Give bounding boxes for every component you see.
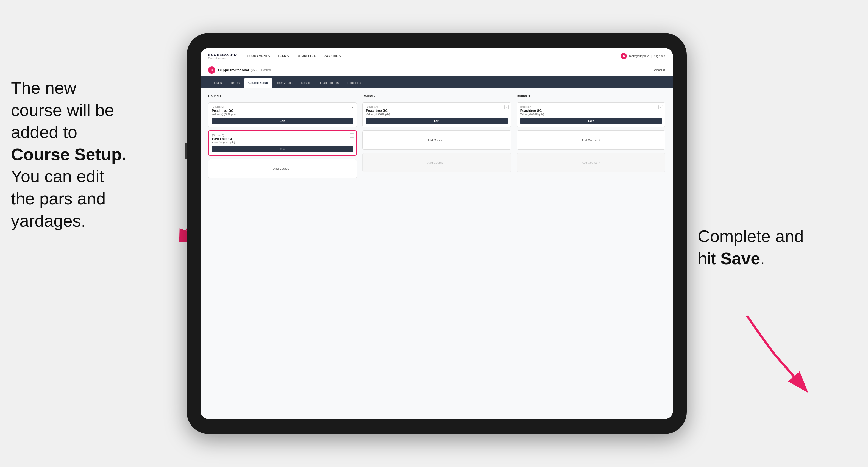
round3-course-a-details: Yellow (M) (6629 yds) [520, 113, 662, 116]
round1-add-course-label: Add Course + [273, 167, 292, 170]
round1-add-course-button[interactable]: Add Course + [208, 159, 357, 178]
round1-course-b-card: × (Course B) East Lake GC Black (M) (689… [208, 130, 357, 156]
nav-tournaments[interactable]: TOURNAMENTS [245, 53, 270, 59]
tab-teams[interactable]: Teams [226, 78, 244, 88]
round2-course-a-name: Peachtree GC [366, 109, 507, 113]
round1-course-b-delete-button[interactable]: × [350, 133, 354, 137]
tab-results[interactable]: Results [297, 78, 316, 88]
round2-course-a-details: Yellow (M) (6629 yds) [366, 113, 507, 116]
nav-rankings[interactable]: RANKINGS [323, 53, 341, 59]
main-nav: TOURNAMENTS TEAMS COMMITTEE RANKINGS [245, 53, 621, 59]
round3-course-a-label: (Course A) [520, 105, 662, 108]
arrow-right-icon [731, 310, 813, 393]
tab-printables[interactable]: Printables [343, 78, 365, 88]
round3-course-a-delete-button[interactable]: × [658, 105, 663, 109]
round1-course-b-edit-button[interactable]: Edit [212, 146, 353, 152]
hosting-badge: Hosting [261, 68, 271, 71]
clippd-logo-icon: C [208, 66, 215, 73]
nav-right: B blair@clippd.io | Sign out [621, 53, 665, 59]
round-1-title: Round 1 [208, 94, 357, 98]
tournament-name: Clippd Invitational [218, 68, 249, 72]
tab-tee-groups[interactable]: Tee Groups [273, 78, 297, 88]
round2-add-course-label: Add Course + [427, 138, 446, 142]
user-email: blair@clippd.io [629, 54, 649, 58]
round3-add-course-disabled: Add Course + [517, 153, 665, 172]
round2-course-a-label: (Course A) [366, 105, 507, 108]
tab-leaderboards[interactable]: Leaderboards [316, 78, 343, 88]
round1-course-a-name: Peachtree GC [212, 109, 353, 113]
round3-course-a-edit-button[interactable]: Edit [520, 118, 662, 124]
round1-course-a-label: (Course A) [212, 105, 353, 108]
round1-course-a-edit-button[interactable]: Edit [212, 118, 353, 124]
round1-course-a-card: × (Course A) Peachtree GC Yellow (M) (66… [208, 102, 357, 127]
round3-course-a-card: × (Course A) Peachtree GC Yellow (M) (66… [517, 102, 665, 127]
sign-out-link[interactable]: Sign out [654, 54, 665, 58]
annotation-right: Complete andhit Save. [698, 225, 840, 270]
round1-course-a-delete-button[interactable]: × [350, 105, 354, 109]
avatar: B [621, 53, 627, 59]
round-1-column: Round 1 × (Course A) Peachtree GC Yellow… [208, 94, 357, 412]
logo-powered-by: Powered by clippd [208, 57, 237, 59]
tablet-screen: SCOREBOARD Powered by clippd TOURNAMENTS… [200, 48, 673, 419]
tab-details[interactable]: Details [208, 78, 226, 88]
round-2-column: Round 2 × (Course A) Peachtree GC Yellow… [362, 94, 511, 412]
sub-nav: C Clippd Invitational (Men) Hosting Canc… [200, 64, 673, 76]
nav-teams[interactable]: TEAMS [278, 53, 289, 59]
nav-committee[interactable]: COMMITTEE [297, 53, 316, 59]
tab-nav: Details Teams Course Setup Tee Groups Re… [200, 76, 673, 88]
round3-course-a-name: Peachtree GC [520, 109, 662, 113]
scoreboard-logo: SCOREBOARD [208, 53, 237, 57]
round-2-title: Round 2 [362, 94, 511, 98]
round1-course-b-details: Black (M) (6891 yds) [212, 141, 353, 144]
round3-add-course-label: Add Course + [582, 138, 600, 142]
round1-course-b-name: East Lake GC [212, 137, 353, 141]
tournament-gender: (Men) [251, 68, 259, 72]
logo-area: SCOREBOARD Powered by clippd [208, 53, 237, 59]
tab-course-setup[interactable]: Course Setup [244, 78, 273, 88]
round2-course-a-delete-button[interactable]: × [504, 105, 509, 109]
round1-course-a-details: Yellow (M) (6629 yds) [212, 113, 353, 116]
round2-course-a-edit-button[interactable]: Edit [366, 118, 507, 124]
tablet-frame: SCOREBOARD Powered by clippd TOURNAMENTS… [187, 33, 687, 434]
round3-add-course-button[interactable]: Add Course + [517, 130, 665, 150]
round2-course-a-card: × (Course A) Peachtree GC Yellow (M) (66… [362, 102, 511, 127]
rounds-grid: Round 1 × (Course A) Peachtree GC Yellow… [208, 94, 665, 412]
annotation-left: The new course will be added to Course S… [11, 77, 170, 232]
round2-add-course-disabled: Add Course + [362, 153, 511, 172]
main-content: Round 1 × (Course A) Peachtree GC Yellow… [200, 88, 673, 419]
top-nav: SCOREBOARD Powered by clippd TOURNAMENTS… [200, 48, 673, 64]
round2-add-course-button[interactable]: Add Course + [362, 130, 511, 150]
round-3-title: Round 3 [517, 94, 665, 98]
round3-add-course-disabled-label: Add Course + [582, 161, 600, 164]
round2-add-course-disabled-label: Add Course + [427, 161, 446, 164]
round1-course-b-label: (Course B) [212, 134, 353, 136]
round-3-column: Round 3 × (Course A) Peachtree GC Yellow… [517, 94, 665, 412]
cancel-button[interactable]: Cancel ✕ [653, 68, 665, 72]
